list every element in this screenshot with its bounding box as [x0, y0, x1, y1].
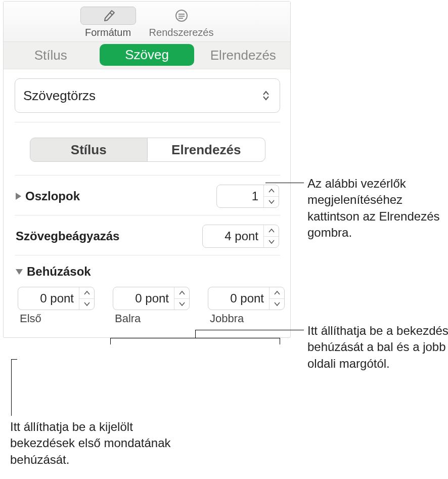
inspector-toolbar: Formátum Rendszerezés — [4, 2, 290, 42]
indent-left-value: 0 pont — [113, 291, 174, 306]
text-inset-value: 4 pont — [203, 229, 263, 243]
indent-right-cell: 0 pont Jobbra — [208, 287, 285, 325]
callout-leader — [11, 359, 12, 416]
text-inset-stepper[interactable]: 4 pont — [202, 225, 279, 248]
tab-layout[interactable]: Elrendezés — [196, 45, 290, 65]
organize-tab-button[interactable]: Rendszerezés — [149, 7, 214, 38]
stepper-buttons[interactable] — [269, 287, 284, 310]
indent-left-stepper[interactable]: 0 pont — [113, 287, 190, 310]
stepper-buttons[interactable] — [79, 287, 94, 310]
stepper-up-icon[interactable] — [264, 185, 279, 197]
indents-label: Behúzások — [27, 265, 91, 279]
chevron-up-down-icon — [262, 91, 270, 101]
stepper-up-icon[interactable] — [264, 225, 279, 237]
indent-left-cell: 0 pont Balra — [113, 287, 190, 325]
paragraph-style-select[interactable]: Szövegtörzs — [15, 78, 280, 113]
columns-stepper[interactable]: 1 — [216, 185, 279, 208]
callout-leader — [195, 330, 196, 338]
indent-right-stepper[interactable]: 0 pont — [208, 287, 285, 310]
indent-right-value: 0 pont — [208, 291, 269, 306]
indent-first-stepper[interactable]: 0 pont — [18, 287, 95, 310]
paintbrush-icon — [80, 7, 136, 25]
stepper-buttons[interactable] — [263, 185, 279, 207]
text-inset-label: Szövegbeágyazás — [16, 229, 119, 243]
stepper-up-icon[interactable] — [79, 287, 94, 299]
text-subsegment: Stílus Elrendezés — [30, 138, 265, 162]
stepper-down-icon[interactable] — [270, 299, 284, 310]
inspector-subtabs: Stílus Szöveg Elrendezés — [4, 42, 290, 69]
chevron-down-icon[interactable] — [16, 269, 23, 275]
callout-leader — [195, 330, 304, 330]
stepper-down-icon[interactable] — [174, 299, 189, 310]
stepper-up-icon[interactable] — [270, 287, 284, 299]
stepper-buttons[interactable] — [263, 225, 279, 247]
chevron-right-icon[interactable] — [16, 193, 21, 200]
stepper-down-icon[interactable] — [264, 237, 279, 248]
tab-style[interactable]: Stílus — [4, 45, 98, 65]
format-tab-button[interactable]: Formátum — [80, 7, 136, 38]
inspector-panel: Formátum Rendszerezés Stílus Szöveg Elre… — [3, 1, 291, 338]
callout-layout-button: Az alábbi vezérlők megjelenítéséhez katt… — [307, 176, 448, 241]
columns-label: Oszlopok — [25, 189, 80, 203]
indent-left-caption: Balra — [113, 312, 190, 325]
callout-lr-margin: Itt állíthatja be a bekezdés behúzását a… — [307, 323, 448, 372]
indents-row: 0 pont Első 0 pont Balra — [15, 281, 280, 325]
segment-style[interactable]: Stílus — [30, 138, 148, 161]
segment-layout[interactable]: Elrendezés — [147, 138, 265, 161]
callout-first-line: Itt állíthatja be a kijelölt bekezdések … — [10, 419, 182, 468]
columns-row: Oszlopok 1 — [15, 176, 280, 215]
list-icon — [154, 7, 209, 25]
stepper-buttons[interactable] — [174, 287, 189, 310]
stepper-down-icon[interactable] — [79, 299, 94, 310]
stepper-down-icon[interactable] — [264, 197, 279, 208]
indent-first-cell: 0 pont Első — [18, 287, 95, 325]
callout-leader — [265, 183, 304, 183]
indent-first-value: 0 pont — [18, 291, 79, 306]
paragraph-style-value: Szövegtörzs — [23, 88, 96, 104]
columns-value: 1 — [217, 189, 263, 203]
callout-bracket — [110, 338, 280, 344]
stepper-up-icon[interactable] — [174, 287, 189, 299]
indent-right-caption: Jobbra — [208, 312, 285, 325]
format-tab-label: Formátum — [85, 27, 131, 38]
organize-tab-label: Rendszerezés — [149, 27, 214, 38]
text-inset-row: Szövegbeágyazás 4 pont — [15, 215, 280, 255]
indent-first-caption: Első — [18, 312, 95, 325]
callout-leader — [11, 359, 17, 360]
inspector-body: Szövegtörzs Stílus Elrendezés Oszlopok 1 — [4, 69, 290, 337]
tab-text[interactable]: Szöveg — [100, 44, 194, 66]
